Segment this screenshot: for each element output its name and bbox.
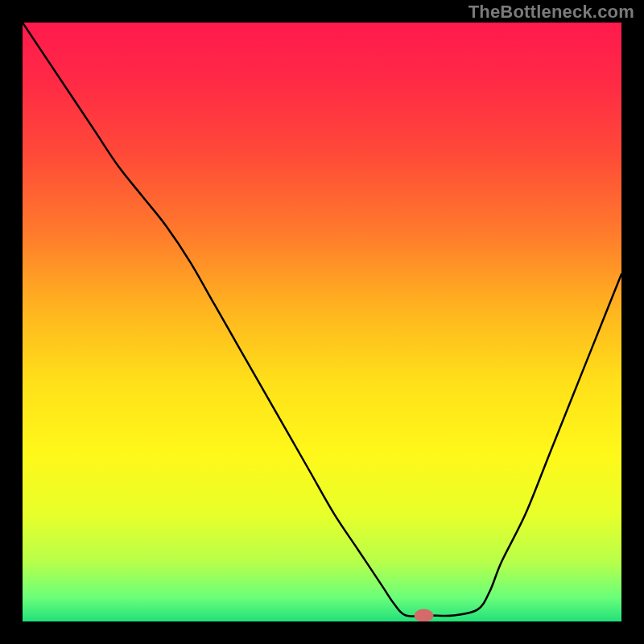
watermark-text: TheBottleneck.com [469, 2, 634, 23]
plot-area [23, 23, 621, 621]
gradient-background [23, 23, 621, 621]
chart-frame: TheBottleneck.com [0, 0, 644, 644]
chart-svg [23, 23, 621, 621]
optimal-marker [414, 609, 433, 621]
